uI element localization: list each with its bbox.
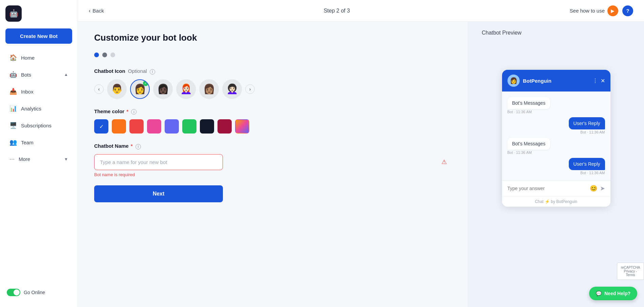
help-icon: ?	[626, 8, 629, 14]
play-icon: ▶	[607, 5, 618, 16]
sidebar-item-team-label: Team	[21, 140, 34, 145]
bot-message-text-1: Bot's Messages	[507, 97, 550, 109]
color-blue[interactable]: ✓	[94, 119, 108, 134]
bot-message-text-2: Bot's Messages	[507, 138, 550, 150]
sidebar-item-inbox[interactable]: 📥 Inbox	[3, 83, 75, 100]
avatar-row: ‹ 👨 👩 ✓ 👩🏿 👩🏻‍🦰 👩🏽 👩🏻‍🦱 ›	[94, 79, 452, 99]
progress-dot-3	[110, 53, 115, 57]
recaptcha-text: reCAPTCHAPrivacy - Terms	[621, 266, 640, 277]
color-dark-red[interactable]	[217, 119, 232, 134]
sidebar-item-team[interactable]: 👥 Team	[3, 134, 75, 151]
chatbot-icon-label: Chatbot Icon Optional i	[94, 68, 452, 75]
avatar-option-6[interactable]: 👩🏻‍🦱	[222, 79, 242, 99]
chatbot-name-input-wrapper: ⚠	[94, 154, 452, 170]
chat-body: Bot's Messages Bot · 11:36 AM User's Rep…	[502, 91, 610, 180]
chat-bot-avatar: 👩	[507, 75, 520, 87]
sidebar-item-more[interactable]: ··· More ▼	[3, 151, 75, 167]
see-how-button[interactable]: See how to use ▶	[570, 5, 618, 16]
sidebar-item-bots-label: Bots	[21, 72, 31, 78]
analytics-icon: 📊	[9, 105, 17, 112]
chevron-up-icon: ▲	[64, 72, 68, 77]
chat-widget: 👩 BotPenguin ⋮ ✕ Bot's Messages Bot · 11…	[502, 70, 610, 207]
need-help-button[interactable]: 💬 Need Help?	[589, 287, 637, 300]
user-message-meta-2: Bot · 11:36 AM	[580, 171, 605, 175]
recaptcha-badge: reCAPTCHAPrivacy - Terms	[617, 263, 644, 280]
color-orange[interactable]	[112, 119, 126, 134]
selected-check-icon: ✓	[143, 81, 148, 86]
left-panel: Customize your bot look Chatbot Icon Opt…	[78, 22, 468, 307]
chat-bot-name: BotPenguin	[523, 78, 589, 84]
header-right: See how to use ▶ ?	[570, 5, 633, 16]
chatbot-icon-info[interactable]: i	[150, 69, 155, 75]
color-indigo[interactable]	[165, 119, 179, 134]
color-gradient[interactable]	[235, 119, 249, 134]
help-button[interactable]: ?	[622, 5, 633, 16]
chat-input[interactable]	[507, 186, 587, 191]
next-button[interactable]: Next	[94, 185, 223, 202]
step-indicator: Step 2 of 3	[324, 8, 350, 14]
sidebar: 🤖 Create New Bot 🏠 Home 🤖 Bots ▲ 📥 Inbox…	[0, 0, 78, 307]
input-error-icon: ⚠	[441, 158, 447, 166]
chat-header-icons: ⋮ ✕	[593, 78, 605, 84]
sidebar-item-analytics[interactable]: 📊 Analytics	[3, 100, 75, 117]
bolt-icon: ⚡	[545, 199, 550, 204]
emoji-icon[interactable]: 😊	[590, 185, 597, 192]
team-icon: 👥	[9, 139, 17, 146]
chatbot-name-input[interactable]	[94, 154, 223, 170]
go-online-section: Go Online	[0, 283, 78, 302]
sidebar-item-home[interactable]: 🏠 Home	[3, 49, 75, 66]
sidebar-item-subscriptions[interactable]: 🖥️ Subscriptions	[3, 117, 75, 134]
logo-icon: 🤖	[5, 5, 22, 22]
back-arrow-icon: ‹	[89, 8, 90, 14]
more-icon: ···	[9, 156, 15, 163]
user-message-1: User's Reply Bot · 11:36 AM	[507, 117, 605, 134]
color-green[interactable]	[182, 119, 196, 134]
avatar-option-1[interactable]: 👨	[107, 79, 127, 99]
chat-input-row: 😊 ➤	[502, 180, 610, 196]
user-message-text-2: User's Reply	[569, 158, 605, 170]
user-message-meta-1: Bot · 11:36 AM	[580, 130, 605, 134]
main-content: ‹ Back Step 2 of 3 See how to use ▶ ? Cu…	[78, 0, 644, 307]
optional-label: Optional	[128, 68, 147, 74]
name-error-text: Bot name is required	[94, 172, 452, 177]
page-title: Customize your bot look	[94, 33, 452, 43]
home-icon: 🏠	[9, 54, 17, 61]
avatar-option-5[interactable]: 👩🏽	[199, 79, 219, 99]
sidebar-item-home-label: Home	[21, 55, 35, 61]
sidebar-nav: 🏠 Home 🤖 Bots ▲ 📥 Inbox 📊 Analytics 🖥️ S…	[0, 49, 78, 167]
close-chat-icon[interactable]: ✕	[601, 78, 605, 84]
color-check-icon: ✓	[99, 123, 104, 130]
avatar-prev-button[interactable]: ‹	[94, 84, 104, 94]
more-options-icon[interactable]: ⋮	[593, 78, 598, 84]
sidebar-item-more-label: More	[19, 156, 30, 162]
send-icon[interactable]: ➤	[600, 185, 605, 192]
sidebar-item-bots[interactable]: 🤖 Bots ▲	[3, 66, 75, 83]
need-help-label: Need Help?	[604, 291, 630, 296]
avatar-option-3[interactable]: 👩🏿	[153, 79, 173, 99]
avatar-option-2[interactable]: 👩 ✓	[130, 79, 150, 99]
bot-message-meta-2: Bot · 11:36 AM	[507, 150, 605, 155]
go-online-toggle[interactable]	[7, 289, 20, 296]
sidebar-item-subscriptions-label: Subscriptions	[21, 123, 51, 128]
create-new-bot-button[interactable]: Create New Bot	[5, 28, 72, 44]
subscriptions-icon: 🖥️	[9, 122, 17, 129]
avatar-option-4[interactable]: 👩🏻‍🦰	[176, 79, 196, 99]
sidebar-item-inbox-label: Inbox	[21, 89, 34, 95]
bot-message-meta-1: Bot · 11:36 AM	[507, 110, 605, 114]
chatbot-name-label: Chatbot Name * i	[94, 143, 452, 149]
color-pink[interactable]	[147, 119, 161, 134]
progress-dots	[94, 53, 452, 57]
back-button[interactable]: ‹ Back	[89, 8, 104, 14]
avatar-next-button[interactable]: ›	[245, 84, 255, 94]
bot-message-1: Bot's Messages Bot · 11:36 AM	[507, 97, 605, 114]
color-black[interactable]	[200, 119, 214, 134]
chat-header: 👩 BotPenguin ⋮ ✕	[502, 70, 610, 91]
whatsapp-icon: 💬	[596, 291, 602, 296]
preview-label: Chatbot Preview	[482, 30, 521, 36]
color-swatches: ✓	[94, 119, 452, 134]
chatbot-name-info[interactable]: i	[136, 144, 141, 149]
theme-color-label: Theme color * i	[94, 108, 452, 115]
bot-message-2: Bot's Messages Bot · 11:36 AM	[507, 138, 605, 155]
color-red[interactable]	[129, 119, 144, 134]
theme-color-info[interactable]: i	[131, 109, 137, 115]
